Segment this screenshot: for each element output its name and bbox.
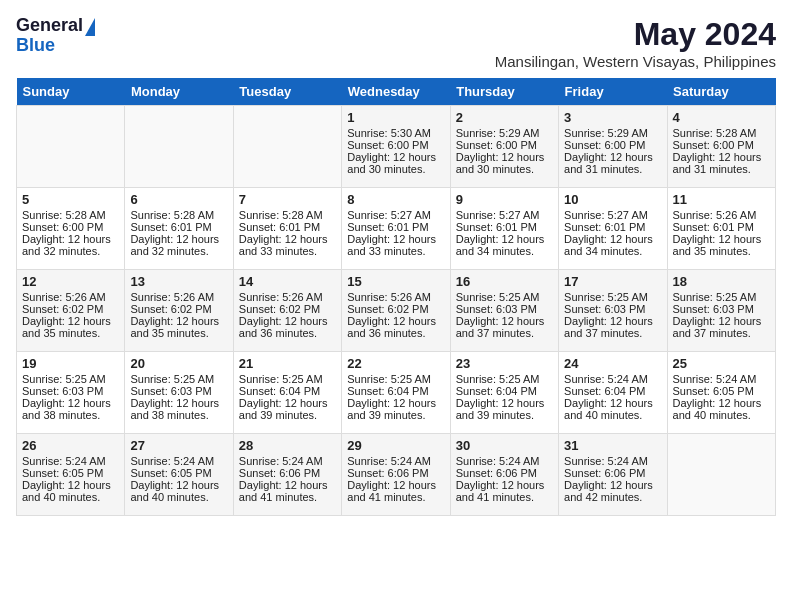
day-info-line: Sunrise: 5:25 AM <box>22 373 119 385</box>
day-info-line: Sunrise: 5:24 AM <box>673 373 770 385</box>
day-info-line: and 39 minutes. <box>347 409 444 421</box>
day-info-line: Sunrise: 5:26 AM <box>673 209 770 221</box>
day-info-line: Sunrise: 5:29 AM <box>564 127 661 139</box>
calendar-cell <box>17 106 125 188</box>
week-row-4: 19Sunrise: 5:25 AMSunset: 6:03 PMDayligh… <box>17 352 776 434</box>
day-info-line: Sunset: 6:02 PM <box>347 303 444 315</box>
day-info-line: Daylight: 12 hours <box>673 397 770 409</box>
calendar-cell: 24Sunrise: 5:24 AMSunset: 6:04 PMDayligh… <box>559 352 667 434</box>
day-number: 30 <box>456 438 553 453</box>
day-info-line: Sunset: 6:02 PM <box>239 303 336 315</box>
calendar-cell: 2Sunrise: 5:29 AMSunset: 6:00 PMDaylight… <box>450 106 558 188</box>
day-info-line: Sunrise: 5:26 AM <box>22 291 119 303</box>
day-info-line: and 35 minutes. <box>673 245 770 257</box>
calendar-cell: 4Sunrise: 5:28 AMSunset: 6:00 PMDaylight… <box>667 106 775 188</box>
day-info-line: Sunrise: 5:24 AM <box>239 455 336 467</box>
calendar-cell <box>233 106 341 188</box>
calendar-cell: 5Sunrise: 5:28 AMSunset: 6:00 PMDaylight… <box>17 188 125 270</box>
title-block: May 2024 Mansilingan, Western Visayas, P… <box>495 16 776 70</box>
day-info-line: Daylight: 12 hours <box>347 233 444 245</box>
day-info-line: Daylight: 12 hours <box>130 479 227 491</box>
day-info-line: Sunset: 6:05 PM <box>130 467 227 479</box>
day-info-line: Sunset: 6:02 PM <box>130 303 227 315</box>
calendar-cell: 20Sunrise: 5:25 AMSunset: 6:03 PMDayligh… <box>125 352 233 434</box>
calendar-cell: 7Sunrise: 5:28 AMSunset: 6:01 PMDaylight… <box>233 188 341 270</box>
day-info-line: Sunset: 6:05 PM <box>22 467 119 479</box>
calendar-cell: 9Sunrise: 5:27 AMSunset: 6:01 PMDaylight… <box>450 188 558 270</box>
day-info-line: Sunrise: 5:24 AM <box>564 455 661 467</box>
calendar-cell: 27Sunrise: 5:24 AMSunset: 6:05 PMDayligh… <box>125 434 233 516</box>
location-title: Mansilingan, Western Visayas, Philippine… <box>495 53 776 70</box>
header-thursday: Thursday <box>450 78 558 106</box>
day-info-line: and 41 minutes. <box>456 491 553 503</box>
day-info-line: and 38 minutes. <box>130 409 227 421</box>
day-number: 27 <box>130 438 227 453</box>
day-info-line: and 34 minutes. <box>564 245 661 257</box>
calendar-cell: 8Sunrise: 5:27 AMSunset: 6:01 PMDaylight… <box>342 188 450 270</box>
day-info-line: and 36 minutes. <box>239 327 336 339</box>
day-info-line: Sunrise: 5:25 AM <box>456 291 553 303</box>
day-number: 15 <box>347 274 444 289</box>
day-info-line: and 30 minutes. <box>456 163 553 175</box>
day-info-line: and 33 minutes. <box>239 245 336 257</box>
day-info-line: Sunset: 6:00 PM <box>456 139 553 151</box>
day-info-line: Daylight: 12 hours <box>130 315 227 327</box>
calendar-cell: 23Sunrise: 5:25 AMSunset: 6:04 PMDayligh… <box>450 352 558 434</box>
calendar-cell: 25Sunrise: 5:24 AMSunset: 6:05 PMDayligh… <box>667 352 775 434</box>
day-info-line: Daylight: 12 hours <box>22 479 119 491</box>
day-info-line: Sunset: 6:01 PM <box>673 221 770 233</box>
day-info-line: and 32 minutes. <box>130 245 227 257</box>
calendar-cell <box>667 434 775 516</box>
calendar-cell: 14Sunrise: 5:26 AMSunset: 6:02 PMDayligh… <box>233 270 341 352</box>
day-info-line: Daylight: 12 hours <box>673 233 770 245</box>
day-info-line: Sunrise: 5:28 AM <box>130 209 227 221</box>
page-header: General Blue May 2024 Mansilingan, Weste… <box>16 16 776 70</box>
calendar-cell: 17Sunrise: 5:25 AMSunset: 6:03 PMDayligh… <box>559 270 667 352</box>
day-info-line: Sunset: 6:05 PM <box>673 385 770 397</box>
logo-general: General <box>16 15 83 35</box>
day-info-line: and 36 minutes. <box>347 327 444 339</box>
day-info-line: and 42 minutes. <box>564 491 661 503</box>
day-number: 1 <box>347 110 444 125</box>
day-info-line: Sunrise: 5:30 AM <box>347 127 444 139</box>
day-info-line: Daylight: 12 hours <box>239 397 336 409</box>
day-info-line: Sunrise: 5:25 AM <box>347 373 444 385</box>
day-info-line: Daylight: 12 hours <box>347 315 444 327</box>
day-number: 8 <box>347 192 444 207</box>
logo: General Blue <box>16 16 95 56</box>
day-info-line: Daylight: 12 hours <box>564 315 661 327</box>
day-info-line: Sunrise: 5:27 AM <box>456 209 553 221</box>
day-number: 31 <box>564 438 661 453</box>
day-info-line: and 39 minutes. <box>239 409 336 421</box>
calendar-cell: 15Sunrise: 5:26 AMSunset: 6:02 PMDayligh… <box>342 270 450 352</box>
day-info-line: Sunset: 6:01 PM <box>130 221 227 233</box>
calendar-cell: 12Sunrise: 5:26 AMSunset: 6:02 PMDayligh… <box>17 270 125 352</box>
day-number: 12 <box>22 274 119 289</box>
calendar-cell: 31Sunrise: 5:24 AMSunset: 6:06 PMDayligh… <box>559 434 667 516</box>
day-info-line: and 32 minutes. <box>22 245 119 257</box>
header-monday: Monday <box>125 78 233 106</box>
day-info-line: Sunrise: 5:24 AM <box>22 455 119 467</box>
day-number: 5 <box>22 192 119 207</box>
day-info-line: Sunrise: 5:28 AM <box>239 209 336 221</box>
day-info-line: Daylight: 12 hours <box>239 479 336 491</box>
calendar-cell: 29Sunrise: 5:24 AMSunset: 6:06 PMDayligh… <box>342 434 450 516</box>
day-number: 18 <box>673 274 770 289</box>
calendar-cell: 13Sunrise: 5:26 AMSunset: 6:02 PMDayligh… <box>125 270 233 352</box>
day-info-line: and 39 minutes. <box>456 409 553 421</box>
day-info-line: Sunset: 6:01 PM <box>347 221 444 233</box>
header-saturday: Saturday <box>667 78 775 106</box>
day-info-line: Sunset: 6:04 PM <box>239 385 336 397</box>
day-number: 20 <box>130 356 227 371</box>
day-info-line: Daylight: 12 hours <box>347 479 444 491</box>
day-info-line: Sunset: 6:03 PM <box>673 303 770 315</box>
day-info-line: and 40 minutes. <box>673 409 770 421</box>
day-number: 3 <box>564 110 661 125</box>
day-info-line: Daylight: 12 hours <box>456 151 553 163</box>
calendar-cell: 10Sunrise: 5:27 AMSunset: 6:01 PMDayligh… <box>559 188 667 270</box>
day-info-line: Daylight: 12 hours <box>564 233 661 245</box>
calendar-cell: 11Sunrise: 5:26 AMSunset: 6:01 PMDayligh… <box>667 188 775 270</box>
day-info-line: Sunrise: 5:25 AM <box>130 373 227 385</box>
day-info-line: and 30 minutes. <box>347 163 444 175</box>
day-info-line: Sunset: 6:06 PM <box>347 467 444 479</box>
